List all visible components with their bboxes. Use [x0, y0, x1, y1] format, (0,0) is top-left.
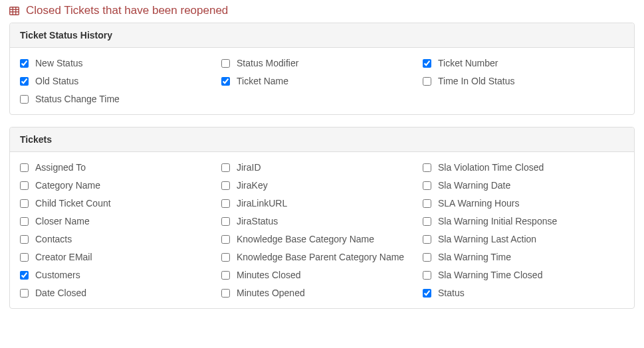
field-label[interactable]: Sla Warning Date — [438, 180, 510, 191]
field-option: JiraStatus — [221, 216, 417, 226]
field-checkbox[interactable] — [423, 289, 431, 298]
field-option: Minutes Closed — [221, 270, 417, 280]
field-label[interactable]: Contacts — [35, 234, 72, 244]
field-label[interactable]: Minutes Closed — [237, 270, 301, 280]
section-panel: Ticket Status HistoryNew StatusOld Statu… — [9, 23, 635, 115]
field-checkbox[interactable] — [423, 77, 431, 86]
field-label[interactable]: Time In Old Status — [438, 76, 514, 86]
field-label[interactable]: Category Name — [35, 180, 100, 191]
field-label[interactable]: Sla Warning Last Action — [438, 234, 536, 244]
field-label[interactable]: Status — [438, 288, 465, 298]
field-label[interactable]: Assigned To — [35, 162, 86, 173]
field-checkbox[interactable] — [423, 235, 431, 244]
field-option: Status Change Time — [20, 94, 216, 104]
svg-rect-0 — [10, 7, 19, 14]
field-label[interactable]: Sla Violation Time Closed — [438, 162, 544, 173]
field-label[interactable]: Knowledge Base Parent Category Name — [237, 252, 404, 262]
field-label[interactable]: Status Change Time — [35, 94, 120, 104]
field-checkbox[interactable] — [221, 217, 230, 226]
field-checkbox[interactable] — [20, 271, 29, 280]
field-checkbox[interactable] — [221, 77, 230, 86]
field-checkbox[interactable] — [221, 235, 230, 244]
field-option: Closer Name — [20, 216, 216, 226]
field-option: Minutes Opened — [221, 288, 417, 298]
field-option: JiraID — [221, 162, 417, 173]
field-checkbox[interactable] — [221, 199, 230, 208]
field-option: Date Closed — [20, 288, 216, 298]
field-label[interactable]: Old Status — [35, 76, 78, 86]
field-checkbox[interactable] — [20, 95, 29, 104]
field-label[interactable]: Status Modifier — [237, 58, 298, 68]
field-option: Sla Warning Date — [423, 180, 619, 191]
field-checkbox[interactable] — [423, 163, 431, 172]
field-option: Creator EMail — [20, 252, 216, 262]
field-option: JiraKey — [221, 180, 417, 191]
field-checkbox[interactable] — [20, 199, 29, 208]
field-checkbox[interactable] — [423, 181, 431, 190]
field-label[interactable]: Creator EMail — [35, 252, 92, 262]
field-checkbox[interactable] — [20, 217, 29, 226]
field-column: New StatusOld StatusStatus Change Time — [20, 58, 221, 104]
field-option: Status — [423, 288, 619, 298]
field-option: JiraLinkURL — [221, 198, 417, 209]
field-label[interactable]: JiraID — [237, 162, 261, 173]
field-label[interactable]: Sla Warning Time — [438, 252, 511, 262]
field-label[interactable]: Date Closed — [35, 288, 86, 298]
field-option: Status Modifier — [221, 58, 417, 68]
field-checkbox[interactable] — [423, 199, 431, 208]
field-checkbox[interactable] — [221, 271, 230, 280]
field-column: Status ModifierTicket Name — [221, 58, 423, 104]
field-label[interactable]: Sla Warning Initial Response — [438, 216, 557, 226]
field-checkbox[interactable] — [20, 181, 29, 190]
field-option: Assigned To — [20, 162, 216, 173]
field-option: Sla Warning Time Closed — [423, 270, 619, 280]
field-checkbox[interactable] — [423, 217, 431, 226]
field-checkbox[interactable] — [423, 59, 431, 68]
field-option: Knowledge Base Category Name — [221, 234, 417, 244]
field-column: Ticket NumberTime In Old Status — [423, 58, 624, 104]
field-label[interactable]: Customers — [35, 270, 80, 280]
field-checkbox[interactable] — [20, 77, 29, 86]
field-checkbox[interactable] — [423, 271, 431, 280]
field-label[interactable]: JiraStatus — [237, 216, 278, 226]
field-checkbox[interactable] — [20, 59, 29, 68]
table-icon — [9, 6, 19, 16]
field-option: Sla Warning Time — [423, 252, 619, 262]
field-checkbox[interactable] — [221, 59, 230, 68]
section-heading: Tickets — [10, 128, 634, 152]
field-column: Assigned ToCategory NameChild Ticket Cou… — [20, 162, 221, 298]
field-column: JiraIDJiraKeyJiraLinkURLJiraStatusKnowle… — [221, 162, 423, 298]
field-checkbox[interactable] — [20, 163, 29, 172]
field-label[interactable]: SLA Warning Hours — [438, 198, 519, 209]
field-option: Category Name — [20, 180, 216, 191]
field-label[interactable]: Minutes Opened — [237, 288, 305, 298]
field-checkbox[interactable] — [221, 163, 230, 172]
field-option: Knowledge Base Parent Category Name — [221, 252, 417, 262]
field-option: New Status — [20, 58, 216, 68]
field-label[interactable]: JiraLinkURL — [237, 198, 287, 209]
field-checkbox[interactable] — [221, 289, 230, 298]
field-option: Ticket Number — [423, 58, 619, 68]
field-checkbox[interactable] — [20, 235, 29, 244]
field-label[interactable]: JiraKey — [237, 180, 268, 191]
field-checkbox[interactable] — [221, 253, 230, 262]
section-body: Assigned ToCategory NameChild Ticket Cou… — [10, 152, 634, 308]
field-option: Ticket Name — [221, 76, 417, 86]
field-label[interactable]: Knowledge Base Category Name — [237, 234, 374, 244]
field-checkbox[interactable] — [423, 253, 431, 262]
field-checkbox[interactable] — [20, 289, 29, 298]
field-label[interactable]: Sla Warning Time Closed — [438, 270, 542, 280]
page-title: Closed Tickets that have been reopened — [26, 4, 228, 17]
field-option: Old Status — [20, 76, 216, 86]
field-label[interactable]: New Status — [35, 58, 83, 68]
section-body: New StatusOld StatusStatus Change TimeSt… — [10, 48, 634, 114]
section-panel: TicketsAssigned ToCategory NameChild Tic… — [9, 127, 635, 309]
field-checkbox[interactable] — [20, 253, 29, 262]
field-label[interactable]: Closer Name — [35, 216, 90, 226]
field-label[interactable]: Ticket Number — [438, 58, 498, 68]
field-label[interactable]: Child Ticket Count — [35, 198, 111, 209]
field-option: Contacts — [20, 234, 216, 244]
field-label[interactable]: Ticket Name — [237, 76, 288, 86]
field-column: Sla Violation Time ClosedSla Warning Dat… — [423, 162, 624, 298]
field-checkbox[interactable] — [221, 181, 230, 190]
